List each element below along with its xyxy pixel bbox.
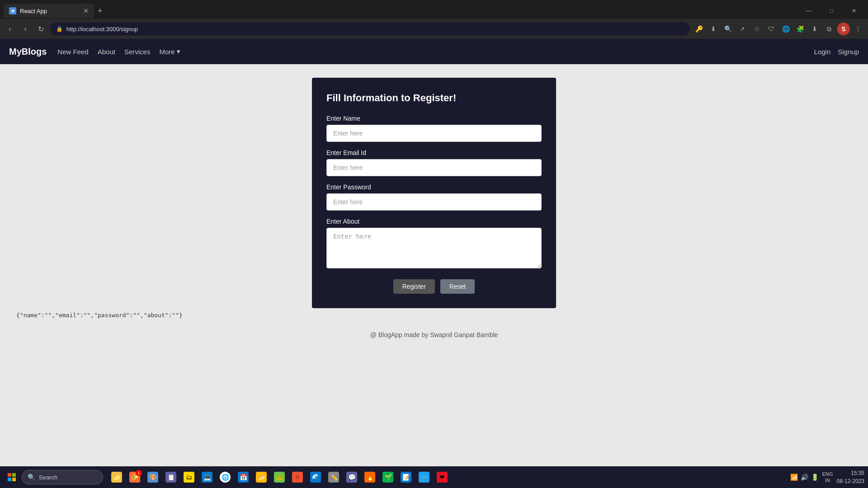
browser-chrome: ⚛ React App ✕ + — □ ✕ ‹ › ↻ 🔒 http://loc…: [0, 0, 868, 39]
main-content: Fill Information to Register! Enter Name…: [0, 64, 868, 488]
download2-icon[interactable]: ⬇: [808, 23, 821, 35]
svg-rect-0: [8, 473, 11, 477]
nav-signup-link[interactable]: Signup: [838, 48, 859, 56]
maximize-button[interactable]: □: [821, 4, 842, 18]
taskbar: 🔍 Search 📁 🌮 1 🎨 📋 🗂 💻 🌐 📅: [0, 466, 868, 488]
json-output: {"name":"","email":"","password":"","abo…: [9, 308, 859, 322]
taskbar-red-icon[interactable]: ❤: [434, 469, 450, 485]
register-button[interactable]: Register: [393, 279, 435, 294]
minimize-button[interactable]: —: [798, 4, 819, 18]
nav-link-services[interactable]: Services: [124, 48, 151, 56]
taskbar-search-text: Search: [39, 474, 57, 481]
reload-button[interactable]: ↻: [34, 23, 47, 35]
browser-tab[interactable]: ⚛ React App ✕: [4, 4, 94, 18]
download-icon[interactable]: ⬇: [707, 23, 720, 35]
navbar-brand[interactable]: MyBlogs: [9, 47, 47, 57]
navbar-right: Login Signup: [814, 48, 859, 56]
nav-more-label: More: [159, 48, 175, 56]
taskbar-language: ENG IN: [822, 471, 833, 484]
taskbar-explorer-icon[interactable]: 🗂: [181, 469, 197, 485]
volume-icon[interactable]: 🔊: [801, 474, 808, 481]
window-controls: — □ ✕: [798, 4, 864, 18]
taskbar-clock: 15:35 08-12-2023: [837, 469, 864, 485]
taskbar-vscode-icon[interactable]: 💻: [199, 469, 215, 485]
taskbar-colorful-icon[interactable]: 🎨: [145, 469, 161, 485]
battery-icon[interactable]: 🔋: [811, 474, 819, 481]
taskbar-git-icon[interactable]: ⑂: [289, 469, 306, 485]
taskbar-sys-icons: 📶 🔊 🔋: [790, 474, 819, 481]
about-field-group: Enter About: [326, 218, 542, 270]
taskbar-folder-icon[interactable]: 📂: [253, 469, 269, 485]
forward-button[interactable]: ›: [19, 23, 32, 35]
taskbar-chat-icon[interactable]: 💬: [344, 469, 360, 485]
share-icon[interactable]: ↗: [736, 23, 749, 35]
tab-bar: ⚛ React App ✕ + — □ ✕: [0, 0, 868, 19]
password-label: Enter Password: [326, 183, 542, 191]
nav-link-about[interactable]: About: [98, 48, 115, 56]
footer-text: @ BlogApp made by Swapnil Ganpat Bamble: [370, 331, 498, 338]
back-button[interactable]: ‹: [4, 23, 16, 35]
taskbar-orange-icon[interactable]: 🔥: [362, 469, 378, 485]
reset-button[interactable]: Reset: [440, 279, 475, 294]
nav-link-newfeed[interactable]: New Feed: [57, 48, 88, 56]
form-title: Fill Information to Register!: [326, 92, 542, 104]
svg-rect-2: [8, 478, 11, 481]
about-label: Enter About: [326, 218, 542, 225]
key-icon[interactable]: 🔑: [693, 23, 705, 35]
name-label: Enter Name: [326, 115, 542, 122]
password-input[interactable]: [326, 193, 542, 211]
puzzle-icon[interactable]: 🧩: [794, 23, 807, 35]
taskbar-chrome-icon[interactable]: 🌐: [217, 469, 233, 485]
taskbar-search[interactable]: 🔍 Search: [22, 470, 103, 484]
lock-icon: 🔒: [56, 26, 63, 32]
address-bar-row: ‹ › ↻ 🔒 http://localhost:3000/signup 🔑 ⬇…: [0, 19, 868, 39]
signup-form-card: Fill Information to Register! Enter Name…: [312, 78, 556, 308]
split-icon[interactable]: ⧉: [823, 23, 835, 35]
shield-icon[interactable]: 🛡: [765, 23, 778, 35]
taskbar-files-icon[interactable]: 📁: [108, 469, 125, 485]
more-icon[interactable]: ⋮: [852, 23, 864, 35]
toolbar-icons: 🔑 ⬇ 🔍 ↗ ☆ 🛡 🌐 🧩 ⬇ ⧉ S ⋮: [693, 23, 864, 35]
start-button[interactable]: [4, 469, 20, 485]
tab-favicon: ⚛: [9, 7, 16, 14]
address-bar[interactable]: 🔒 http://localhost:3000/signup: [50, 22, 690, 36]
taskbar-gfrog-icon[interactable]: 🐸: [271, 469, 288, 485]
svg-rect-3: [12, 478, 16, 481]
wifi-icon[interactable]: 📶: [790, 474, 798, 481]
footer: @ BlogApp made by Swapnil Ganpat Bamble: [9, 322, 859, 347]
taskbar-notification-icon[interactable]: 🌮 1: [127, 469, 143, 485]
tab-title: React App: [20, 8, 80, 14]
nav-dropdown-more[interactable]: More ▾: [159, 47, 180, 56]
app-wrapper: MyBlogs New Feed About Services More ▾ L…: [0, 39, 868, 488]
about-textarea[interactable]: [326, 228, 542, 268]
taskbar-blue-icon[interactable]: 🐦: [416, 469, 432, 485]
taskbar-calendar-icon[interactable]: 📅: [235, 469, 251, 485]
profile-avatar[interactable]: S: [837, 23, 850, 35]
zoom-icon[interactable]: 🔍: [722, 23, 734, 35]
form-buttons: Register Reset: [326, 279, 542, 294]
close-button[interactable]: ✕: [844, 4, 864, 18]
taskbar-teams-icon[interactable]: 📋: [163, 469, 179, 485]
name-field-group: Enter Name: [326, 115, 542, 142]
email-field-group: Enter Email Id: [326, 149, 542, 176]
taskbar-pen-icon[interactable]: ✏️: [326, 469, 342, 485]
navbar: MyBlogs New Feed About Services More ▾ L…: [0, 39, 868, 64]
url-text: http://localhost:3000/signup: [66, 26, 138, 33]
taskbar-right: 📶 🔊 🔋 ENG IN 15:35 08-12-2023: [790, 469, 864, 485]
globe-icon[interactable]: 🌐: [779, 23, 792, 35]
tab-close-button[interactable]: ✕: [83, 7, 89, 14]
taskbar-notes-icon[interactable]: 📝: [398, 469, 414, 485]
password-field-group: Enter Password: [326, 183, 542, 211]
name-input[interactable]: [326, 125, 542, 142]
taskbar-green-icon[interactable]: 🌱: [380, 469, 396, 485]
email-label: Enter Email Id: [326, 149, 542, 156]
star-icon[interactable]: ☆: [750, 23, 763, 35]
new-tab-button[interactable]: +: [98, 6, 103, 16]
taskbar-time-text: 15:35: [837, 469, 864, 477]
taskbar-edge-icon[interactable]: 🌊: [307, 469, 324, 485]
dropdown-arrow-icon: ▾: [177, 47, 180, 56]
nav-login-link[interactable]: Login: [814, 48, 831, 56]
taskbar-app-icons: 📁 🌮 1 🎨 📋 🗂 💻 🌐 📅 📂 🐸: [108, 469, 450, 485]
svg-rect-1: [12, 473, 16, 477]
email-input[interactable]: [326, 159, 542, 176]
